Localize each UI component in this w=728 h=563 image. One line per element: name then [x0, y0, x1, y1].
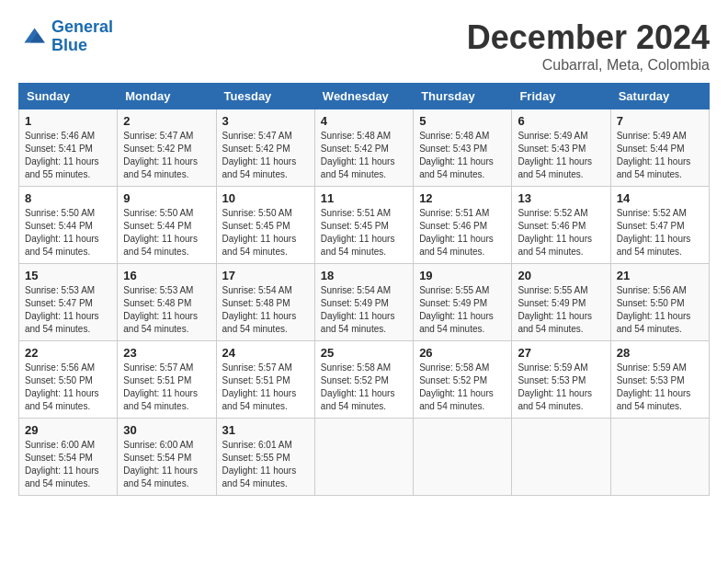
calendar-week-row: 15Sunrise: 5:53 AMSunset: 5:47 PMDayligh…	[19, 264, 710, 341]
day-detail: Sunrise: 5:49 AMSunset: 5:43 PMDaylight:…	[518, 130, 604, 181]
calendar-cell: 29Sunrise: 6:00 AMSunset: 5:54 PMDayligh…	[19, 419, 118, 496]
logo-text: General Blue	[51, 18, 113, 55]
day-number: 11	[321, 191, 407, 205]
header-thursday: Thursday	[414, 84, 512, 109]
calendar-week-row: 8Sunrise: 5:50 AMSunset: 5:44 PMDaylight…	[19, 187, 710, 264]
day-number: 27	[518, 346, 604, 360]
header-tuesday: Tuesday	[216, 84, 314, 109]
day-detail: Sunrise: 5:50 AMSunset: 5:44 PMDaylight:…	[25, 207, 111, 259]
day-number: 16	[123, 269, 210, 282]
calendar-week-row: 22Sunrise: 5:56 AMSunset: 5:50 PMDayligh…	[19, 341, 710, 419]
calendar-cell: 13Sunrise: 5:52 AMSunset: 5:46 PMDayligh…	[512, 187, 610, 264]
day-number: 9	[123, 191, 210, 205]
day-number: 21	[617, 269, 703, 282]
calendar-cell	[314, 419, 413, 496]
calendar-cell: 18Sunrise: 5:54 AMSunset: 5:49 PMDayligh…	[314, 264, 413, 341]
day-number: 26	[419, 346, 506, 360]
calendar-cell: 3Sunrise: 5:47 AMSunset: 5:42 PMDaylight…	[216, 109, 314, 187]
day-detail: Sunrise: 5:56 AMSunset: 5:50 PMDaylight:…	[25, 362, 111, 413]
day-detail: Sunrise: 5:52 AMSunset: 5:46 PMDaylight:…	[518, 207, 604, 259]
calendar-cell: 22Sunrise: 5:56 AMSunset: 5:50 PMDayligh…	[19, 341, 118, 419]
day-detail: Sunrise: 5:53 AMSunset: 5:48 PMDaylight:…	[123, 284, 210, 336]
day-detail: Sunrise: 5:49 AMSunset: 5:44 PMDaylight:…	[617, 130, 703, 181]
logo: General Blue	[18, 18, 113, 55]
calendar-cell: 11Sunrise: 5:51 AMSunset: 5:45 PMDayligh…	[314, 187, 413, 264]
day-detail: Sunrise: 6:00 AMSunset: 5:54 PMDaylight:…	[123, 439, 210, 490]
day-detail: Sunrise: 5:58 AMSunset: 5:52 PMDaylight:…	[419, 362, 506, 413]
calendar-cell: 17Sunrise: 5:54 AMSunset: 5:48 PMDayligh…	[216, 264, 314, 341]
calendar-cell: 20Sunrise: 5:55 AMSunset: 5:49 PMDayligh…	[512, 264, 610, 341]
calendar-cell: 2Sunrise: 5:47 AMSunset: 5:42 PMDaylight…	[118, 109, 216, 187]
day-number: 1	[25, 114, 111, 128]
day-detail: Sunrise: 5:46 AMSunset: 5:41 PMDaylight:…	[25, 130, 111, 181]
month-title: December 2024	[467, 18, 710, 57]
header: General Blue December 2024 Cubarral, Met…	[18, 18, 710, 74]
header-friday: Friday	[512, 84, 610, 109]
day-detail: Sunrise: 5:50 AMSunset: 5:44 PMDaylight:…	[123, 207, 210, 259]
calendar-header-row: SundayMondayTuesdayWednesdayThursdayFrid…	[19, 84, 710, 109]
calendar-table: SundayMondayTuesdayWednesdayThursdayFrid…	[18, 83, 710, 496]
day-detail: Sunrise: 5:48 AMSunset: 5:43 PMDaylight:…	[419, 130, 506, 181]
calendar-cell: 6Sunrise: 5:49 AMSunset: 5:43 PMDaylight…	[512, 109, 610, 187]
calendar-cell: 24Sunrise: 5:57 AMSunset: 5:51 PMDayligh…	[216, 341, 314, 419]
day-detail: Sunrise: 5:55 AMSunset: 5:49 PMDaylight:…	[518, 284, 604, 336]
day-detail: Sunrise: 5:57 AMSunset: 5:51 PMDaylight:…	[123, 362, 210, 413]
calendar-cell: 15Sunrise: 5:53 AMSunset: 5:47 PMDayligh…	[19, 264, 118, 341]
calendar-cell	[414, 419, 512, 496]
day-number: 15	[25, 269, 111, 282]
day-number: 13	[518, 191, 604, 205]
header-monday: Monday	[118, 84, 216, 109]
calendar-cell: 31Sunrise: 6:01 AMSunset: 5:55 PMDayligh…	[216, 419, 314, 496]
header-saturday: Saturday	[610, 84, 709, 109]
header-sunday: Sunday	[19, 84, 118, 109]
calendar-cell: 7Sunrise: 5:49 AMSunset: 5:44 PMDaylight…	[610, 109, 709, 187]
calendar-week-row: 29Sunrise: 6:00 AMSunset: 5:54 PMDayligh…	[19, 419, 710, 496]
calendar-cell	[610, 419, 709, 496]
day-detail: Sunrise: 5:59 AMSunset: 5:53 PMDaylight:…	[518, 362, 604, 413]
calendar-cell: 28Sunrise: 5:59 AMSunset: 5:53 PMDayligh…	[610, 341, 709, 419]
calendar-cell: 1Sunrise: 5:46 AMSunset: 5:41 PMDaylight…	[19, 109, 118, 187]
day-detail: Sunrise: 5:57 AMSunset: 5:51 PMDaylight:…	[222, 362, 309, 413]
day-detail: Sunrise: 5:52 AMSunset: 5:47 PMDaylight:…	[617, 207, 703, 259]
day-number: 22	[25, 346, 111, 360]
day-detail: Sunrise: 5:56 AMSunset: 5:50 PMDaylight:…	[617, 284, 703, 336]
day-number: 8	[25, 191, 111, 205]
day-number: 31	[222, 423, 309, 437]
calendar-cell: 14Sunrise: 5:52 AMSunset: 5:47 PMDayligh…	[610, 187, 709, 264]
logo-icon	[18, 22, 48, 52]
calendar-cell: 4Sunrise: 5:48 AMSunset: 5:42 PMDaylight…	[314, 109, 413, 187]
day-detail: Sunrise: 6:01 AMSunset: 5:55 PMDaylight:…	[222, 439, 309, 490]
title-area: December 2024 Cubarral, Meta, Colombia	[467, 18, 710, 74]
day-detail: Sunrise: 5:50 AMSunset: 5:45 PMDaylight:…	[222, 207, 309, 259]
day-number: 3	[222, 114, 309, 128]
calendar-cell: 23Sunrise: 5:57 AMSunset: 5:51 PMDayligh…	[118, 341, 216, 419]
day-detail: Sunrise: 5:53 AMSunset: 5:47 PMDaylight:…	[25, 284, 111, 336]
calendar-cell: 27Sunrise: 5:59 AMSunset: 5:53 PMDayligh…	[512, 341, 610, 419]
day-number: 30	[123, 423, 210, 437]
day-number: 18	[321, 269, 407, 282]
day-number: 17	[222, 269, 309, 282]
calendar-cell: 9Sunrise: 5:50 AMSunset: 5:44 PMDaylight…	[118, 187, 216, 264]
day-number: 14	[617, 191, 703, 205]
calendar-cell: 21Sunrise: 5:56 AMSunset: 5:50 PMDayligh…	[610, 264, 709, 341]
day-detail: Sunrise: 5:55 AMSunset: 5:49 PMDaylight:…	[419, 284, 506, 336]
day-detail: Sunrise: 5:47 AMSunset: 5:42 PMDaylight:…	[123, 130, 210, 181]
calendar-cell: 5Sunrise: 5:48 AMSunset: 5:43 PMDaylight…	[414, 109, 512, 187]
calendar-cell	[512, 419, 610, 496]
day-number: 12	[419, 191, 506, 205]
day-number: 19	[419, 269, 506, 282]
day-number: 10	[222, 191, 309, 205]
day-detail: Sunrise: 6:00 AMSunset: 5:54 PMDaylight:…	[25, 439, 111, 490]
day-number: 23	[123, 346, 210, 360]
day-detail: Sunrise: 5:48 AMSunset: 5:42 PMDaylight:…	[321, 130, 407, 181]
day-number: 24	[222, 346, 309, 360]
calendar-cell: 8Sunrise: 5:50 AMSunset: 5:44 PMDaylight…	[19, 187, 118, 264]
day-detail: Sunrise: 5:59 AMSunset: 5:53 PMDaylight:…	[617, 362, 703, 413]
calendar-cell: 12Sunrise: 5:51 AMSunset: 5:46 PMDayligh…	[414, 187, 512, 264]
calendar-cell: 25Sunrise: 5:58 AMSunset: 5:52 PMDayligh…	[314, 341, 413, 419]
header-wednesday: Wednesday	[314, 84, 413, 109]
day-detail: Sunrise: 5:54 AMSunset: 5:49 PMDaylight:…	[321, 284, 407, 336]
day-number: 4	[321, 114, 407, 128]
day-number: 29	[25, 423, 111, 437]
subtitle: Cubarral, Meta, Colombia	[467, 57, 710, 74]
